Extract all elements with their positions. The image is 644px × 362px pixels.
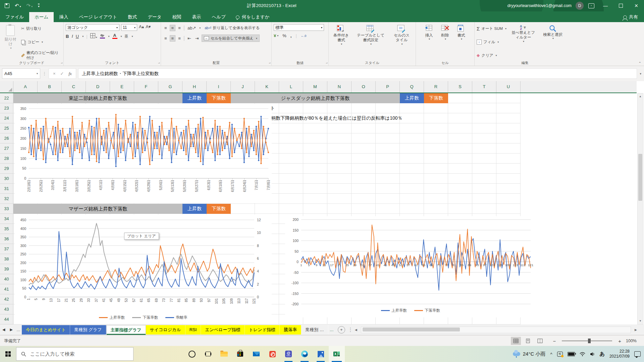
vertical-scroll-thumb[interactable] xyxy=(638,154,642,201)
tell-me-search[interactable]: 何をしますか xyxy=(231,12,274,22)
zoom-level[interactable]: 100% xyxy=(626,339,637,343)
align-bottom-button[interactable]: ≡ xyxy=(177,25,182,31)
column-header-M[interactable]: M xyxy=(303,81,327,93)
row-header-23[interactable]: 23 xyxy=(0,103,13,113)
volume-icon[interactable] xyxy=(590,352,595,356)
row-header-43[interactable]: 43 xyxy=(0,304,13,314)
align-middle-button[interactable]: ≡ xyxy=(170,25,176,31)
hscroll-left-arrow[interactable]: ◀ xyxy=(353,328,359,331)
row-header-38[interactable]: 38 xyxy=(0,254,13,264)
expand-formula-bar-button[interactable]: ▾ xyxy=(640,72,641,75)
format-cells-button[interactable]: 書式▾ xyxy=(454,24,468,60)
taskbar-photos[interactable] xyxy=(313,346,329,362)
row-header-22[interactable]: 22 xyxy=(0,93,13,103)
hscroll-right-arrow[interactable]: ▶ xyxy=(633,328,639,331)
fill-button[interactable]: ↓フィル▾ xyxy=(477,38,506,46)
insert-function-button[interactable]: fx xyxy=(69,71,72,76)
taskbar-clock[interactable]: 22:282021/07/09 xyxy=(609,349,630,359)
normal-view-button[interactable] xyxy=(511,337,521,345)
ribbon-display-options-button[interactable]: ^ xyxy=(588,3,594,8)
comma-style-button[interactable]: , xyxy=(290,33,292,38)
sheet-more-left[interactable]: … xyxy=(15,327,22,332)
column-header-N[interactable]: N xyxy=(327,81,352,93)
action-center-icon[interactable] xyxy=(634,351,641,357)
up-count-button[interactable]: 上昇数 xyxy=(400,93,424,103)
number-dialog-launcher[interactable]: ⌐ xyxy=(326,62,327,65)
chart-tosho2[interactable]: 3503002502001501005002月18日2月25日3月4日3月11日… xyxy=(15,104,272,203)
orientation-button[interactable]: ab↗ xyxy=(186,25,197,31)
sheet-tab-8[interactable]: 騰落率 xyxy=(280,325,301,335)
sheet-overflow[interactable]: … xyxy=(328,327,335,332)
column-header-T[interactable]: T xyxy=(472,81,496,93)
taskbar-excel[interactable]: X xyxy=(329,346,345,362)
row-header-42[interactable]: 42 xyxy=(0,294,13,304)
zoom-in-button[interactable]: + xyxy=(618,338,621,344)
page-break-preview-button[interactable] xyxy=(535,337,545,345)
scroll-up-arrow[interactable]: ▲ xyxy=(638,94,643,100)
row-header-39[interactable]: 39 xyxy=(0,264,13,274)
taskbar-file-explorer[interactable] xyxy=(216,346,232,362)
alignment-dialog-launcher[interactable]: ⌐ xyxy=(269,62,270,65)
sheet-tab-3[interactable]: 主要指標グラフ xyxy=(106,325,146,335)
column-header-U[interactable]: U xyxy=(496,81,521,93)
delete-cells-button[interactable]: 削除▾ xyxy=(438,24,452,60)
taskbar-edge[interactable] xyxy=(297,346,313,362)
font-name-combo[interactable]: 游ゴシック▾ xyxy=(66,24,119,31)
taskbar-task-view[interactable] xyxy=(200,346,216,362)
underline-button[interactable]: U xyxy=(76,34,79,39)
taskbar-store[interactable] xyxy=(232,346,248,362)
new-sheet-button[interactable]: + xyxy=(338,326,345,334)
down-count-button[interactable]: 下落数 xyxy=(207,93,231,103)
increase-decimal-button[interactable]: ←.0 xyxy=(301,34,307,38)
chart-jasdaq[interactable]: 200150100500-50-100-150-2001591317212529… xyxy=(285,216,536,317)
taskbar-atmenu-app[interactable]: @menu xyxy=(280,346,297,362)
up-count-button[interactable]: 上昇数 xyxy=(182,93,207,103)
column-header-Q[interactable]: Q xyxy=(400,81,424,93)
ribbon-tab-1[interactable]: ファイル xyxy=(0,12,29,22)
zoom-slider[interactable] xyxy=(562,341,612,341)
share-button[interactable]: 共有 xyxy=(617,12,644,22)
scroll-down-arrow[interactable]: ▼ xyxy=(638,318,643,324)
name-box[interactable]: A45▾ xyxy=(2,68,40,79)
cell-banner-mothers[interactable]: マザーズ銘柄上昇数下落数 xyxy=(13,204,182,214)
column-header-R[interactable]: R xyxy=(424,81,448,93)
column-header-K[interactable]: K xyxy=(255,81,279,93)
taskbar-search[interactable]: ここに入力して検索 xyxy=(16,347,133,361)
ribbon-tab-4[interactable]: ページ レイアウト xyxy=(73,12,122,22)
ribbon-tab-8[interactable]: 表示 xyxy=(187,12,207,22)
column-header-C[interactable]: C xyxy=(62,81,86,93)
down-count-button[interactable]: 下落数 xyxy=(424,93,448,103)
row-header-31[interactable]: 31 xyxy=(0,184,13,194)
sheet-tab-5[interactable]: RSI xyxy=(185,325,201,335)
battery-icon[interactable] xyxy=(568,352,575,356)
bold-button[interactable]: B xyxy=(66,34,69,39)
column-header-L[interactable]: L xyxy=(279,81,303,93)
column-header-D[interactable]: D xyxy=(86,81,110,93)
conditional-formatting-button[interactable]: ≠ 条件付き書式▾ xyxy=(331,24,352,60)
zoom-slider-thumb[interactable] xyxy=(588,339,591,343)
vertical-scrollbar[interactable]: ▲ ▼ xyxy=(637,93,643,324)
column-header-B[interactable]: B xyxy=(38,81,62,93)
ribbon-tab-3[interactable]: 挿入 xyxy=(54,12,73,22)
row-header-35[interactable]: 35 xyxy=(0,224,13,234)
accounting-format-button[interactable]: ¥ xyxy=(274,33,276,38)
column-header-O[interactable]: O xyxy=(352,81,376,93)
sheet-tab-4[interactable]: サイコロジカル xyxy=(146,325,185,335)
font-color-button[interactable]: A xyxy=(112,34,117,39)
zoom-out-button[interactable]: − xyxy=(553,338,556,344)
insert-cells-button[interactable]: 挿入▾ xyxy=(422,24,436,60)
sheet-tab-1[interactable]: 今日のまとめサイト xyxy=(22,325,70,335)
row-header-28[interactable]: 28 xyxy=(0,154,13,164)
number-format-combo[interactable]: 標準▾ xyxy=(274,24,324,31)
paste-button[interactable]: 貼り付け▾ xyxy=(2,24,19,60)
wrap-text-button[interactable]: ab⏎折り返して全体を表示する xyxy=(205,24,260,32)
sort-filter-button[interactable]: AZ ▼ 並べ替えとフィルター▾ xyxy=(508,24,538,60)
merge-center-button[interactable]: ↔ セルを結合して中央揃え▾ xyxy=(202,35,260,42)
tab-splitter[interactable]: ⋮ xyxy=(348,326,353,333)
format-as-table-button[interactable]: テーブルとして書式設定▾ xyxy=(354,24,388,60)
column-header-H[interactable]: H xyxy=(182,81,207,93)
down-count-button[interactable]: 下落数 xyxy=(207,204,231,214)
align-right-button[interactable]: ≡ xyxy=(177,36,182,41)
grow-font-button[interactable]: A▴ xyxy=(139,24,144,31)
account-avatar[interactable]: D xyxy=(576,2,584,10)
